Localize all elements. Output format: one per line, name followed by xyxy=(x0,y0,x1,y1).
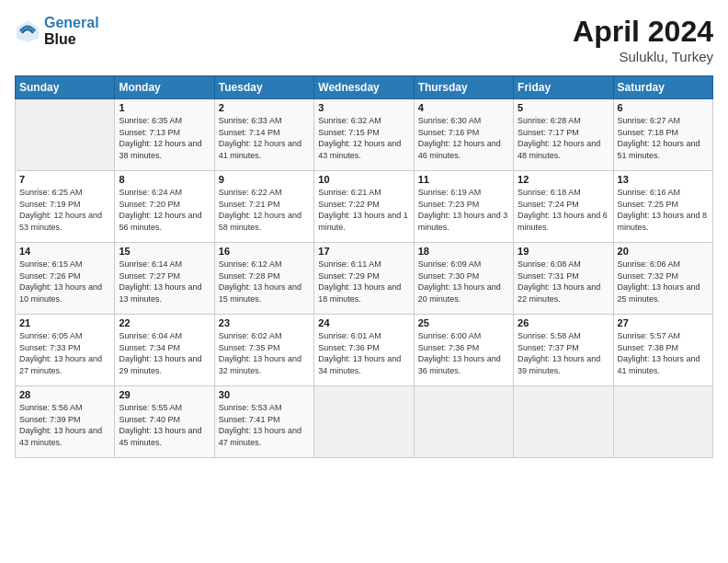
day-info: Sunrise: 6:05 AMSunset: 7:33 PMDaylight:… xyxy=(19,330,110,376)
day-number: 29 xyxy=(119,389,210,400)
calendar-cell: 21Sunrise: 6:05 AMSunset: 7:33 PMDayligh… xyxy=(16,315,115,386)
calendar-cell: 16Sunrise: 6:12 AMSunset: 7:28 PMDayligh… xyxy=(214,243,313,315)
calendar-cell: 5Sunrise: 6:28 AMSunset: 7:17 PMDaylight… xyxy=(514,99,613,171)
day-number: 22 xyxy=(119,317,210,328)
day-number: 20 xyxy=(618,246,709,257)
page-header: General Blue April 2024 Suluklu, Turkey xyxy=(15,15,713,64)
calendar-cell xyxy=(514,386,613,458)
calendar-cell: 22Sunrise: 6:04 AMSunset: 7:34 PMDayligh… xyxy=(115,315,214,386)
calendar-week-row: 7Sunrise: 6:25 AMSunset: 7:19 PMDaylight… xyxy=(16,171,713,243)
calendar-cell: 4Sunrise: 6:30 AMSunset: 7:16 PMDaylight… xyxy=(414,99,513,171)
day-number: 4 xyxy=(418,102,509,113)
day-info: Sunrise: 6:08 AMSunset: 7:31 PMDaylight:… xyxy=(518,259,609,304)
day-number: 9 xyxy=(219,174,310,185)
day-info: Sunrise: 6:32 AMSunset: 7:15 PMDaylight:… xyxy=(318,115,409,161)
day-info: Sunrise: 6:01 AMSunset: 7:36 PMDaylight:… xyxy=(318,330,409,376)
calendar-cell: 28Sunrise: 5:56 AMSunset: 7:39 PMDayligh… xyxy=(16,386,115,458)
calendar-week-row: 1Sunrise: 6:35 AMSunset: 7:13 PMDaylight… xyxy=(16,99,713,171)
day-info: Sunrise: 6:02 AMSunset: 7:35 PMDaylight:… xyxy=(219,330,310,376)
day-info: Sunrise: 5:58 AMSunset: 7:37 PMDaylight:… xyxy=(518,330,609,376)
calendar-cell: 15Sunrise: 6:14 AMSunset: 7:27 PMDayligh… xyxy=(115,243,214,315)
day-number: 24 xyxy=(318,317,409,328)
day-number: 2 xyxy=(219,102,310,113)
logo-text: General Blue xyxy=(44,15,99,47)
calendar-cell: 13Sunrise: 6:16 AMSunset: 7:25 PMDayligh… xyxy=(613,171,712,243)
calendar-cell: 23Sunrise: 6:02 AMSunset: 7:35 PMDayligh… xyxy=(214,315,313,386)
day-info: Sunrise: 6:35 AMSunset: 7:13 PMDaylight:… xyxy=(119,115,210,161)
calendar-cell: 17Sunrise: 6:11 AMSunset: 7:29 PMDayligh… xyxy=(314,243,414,315)
day-info: Sunrise: 6:33 AMSunset: 7:14 PMDaylight:… xyxy=(219,115,310,161)
day-number: 21 xyxy=(19,317,110,328)
day-number: 8 xyxy=(119,174,210,185)
title-block: April 2024 Suluklu, Turkey xyxy=(573,15,713,64)
day-number: 19 xyxy=(518,246,609,257)
day-number: 23 xyxy=(219,317,310,328)
logo-icon xyxy=(15,18,40,44)
calendar-week-row: 28Sunrise: 5:56 AMSunset: 7:39 PMDayligh… xyxy=(16,386,713,458)
day-info: Sunrise: 5:53 AMSunset: 7:41 PMDaylight:… xyxy=(219,402,310,448)
weekday-header: Monday xyxy=(115,76,214,99)
day-info: Sunrise: 6:06 AMSunset: 7:32 PMDaylight:… xyxy=(618,259,709,304)
calendar-cell: 8Sunrise: 6:24 AMSunset: 7:20 PMDaylight… xyxy=(115,171,214,243)
day-info: Sunrise: 5:55 AMSunset: 7:40 PMDaylight:… xyxy=(119,402,210,448)
calendar-cell: 11Sunrise: 6:19 AMSunset: 7:23 PMDayligh… xyxy=(414,171,513,243)
calendar-cell: 6Sunrise: 6:27 AMSunset: 7:18 PMDaylight… xyxy=(613,99,712,171)
day-number: 1 xyxy=(119,102,210,113)
weekday-header: Friday xyxy=(514,76,613,99)
day-info: Sunrise: 6:16 AMSunset: 7:25 PMDaylight:… xyxy=(618,187,709,233)
day-number: 12 xyxy=(518,174,609,185)
weekday-header: Tuesday xyxy=(214,76,313,99)
calendar-cell xyxy=(16,99,115,171)
day-number: 13 xyxy=(618,174,709,185)
day-info: Sunrise: 6:25 AMSunset: 7:19 PMDaylight:… xyxy=(19,187,110,233)
calendar-week-row: 21Sunrise: 6:05 AMSunset: 7:33 PMDayligh… xyxy=(16,315,713,386)
day-info: Sunrise: 6:19 AMSunset: 7:23 PMDaylight:… xyxy=(418,187,509,233)
calendar-cell: 2Sunrise: 6:33 AMSunset: 7:14 PMDaylight… xyxy=(214,99,313,171)
day-info: Sunrise: 6:00 AMSunset: 7:36 PMDaylight:… xyxy=(418,330,509,376)
calendar-cell: 19Sunrise: 6:08 AMSunset: 7:31 PMDayligh… xyxy=(514,243,613,315)
calendar-cell xyxy=(314,386,414,458)
day-info: Sunrise: 6:18 AMSunset: 7:24 PMDaylight:… xyxy=(518,187,609,233)
calendar-cell xyxy=(613,386,712,458)
calendar-cell: 30Sunrise: 5:53 AMSunset: 7:41 PMDayligh… xyxy=(214,386,313,458)
day-info: Sunrise: 6:12 AMSunset: 7:28 PMDaylight:… xyxy=(219,259,310,304)
calendar-cell: 9Sunrise: 6:22 AMSunset: 7:21 PMDaylight… xyxy=(214,171,313,243)
weekday-header: Sunday xyxy=(16,76,115,99)
day-info: Sunrise: 6:28 AMSunset: 7:17 PMDaylight:… xyxy=(518,115,609,161)
calendar-cell: 1Sunrise: 6:35 AMSunset: 7:13 PMDaylight… xyxy=(115,99,214,171)
calendar-cell: 12Sunrise: 6:18 AMSunset: 7:24 PMDayligh… xyxy=(514,171,613,243)
weekday-header: Wednesday xyxy=(314,76,414,99)
calendar-cell: 25Sunrise: 6:00 AMSunset: 7:36 PMDayligh… xyxy=(414,315,513,386)
day-number: 28 xyxy=(19,389,110,400)
month-title: April 2024 xyxy=(573,15,713,49)
day-info: Sunrise: 6:27 AMSunset: 7:18 PMDaylight:… xyxy=(618,115,709,161)
day-info: Sunrise: 6:09 AMSunset: 7:30 PMDaylight:… xyxy=(418,259,509,304)
page-container: General Blue April 2024 Suluklu, Turkey … xyxy=(0,0,728,467)
calendar-cell: 29Sunrise: 5:55 AMSunset: 7:40 PMDayligh… xyxy=(115,386,214,458)
weekday-header: Thursday xyxy=(414,76,513,99)
day-info: Sunrise: 5:57 AMSunset: 7:38 PMDaylight:… xyxy=(618,330,709,376)
location: Suluklu, Turkey xyxy=(573,49,713,64)
calendar-cell: 20Sunrise: 6:06 AMSunset: 7:32 PMDayligh… xyxy=(613,243,712,315)
calendar-cell: 10Sunrise: 6:21 AMSunset: 7:22 PMDayligh… xyxy=(314,171,414,243)
day-info: Sunrise: 6:15 AMSunset: 7:26 PMDaylight:… xyxy=(19,259,110,304)
calendar-cell: 26Sunrise: 5:58 AMSunset: 7:37 PMDayligh… xyxy=(514,315,613,386)
day-number: 14 xyxy=(19,246,110,257)
day-info: Sunrise: 6:04 AMSunset: 7:34 PMDaylight:… xyxy=(119,330,210,376)
day-number: 30 xyxy=(219,389,310,400)
header-row: SundayMondayTuesdayWednesdayThursdayFrid… xyxy=(16,76,713,99)
day-number: 27 xyxy=(618,317,709,328)
day-number: 6 xyxy=(618,102,709,113)
weekday-header: Saturday xyxy=(613,76,712,99)
calendar-cell: 14Sunrise: 6:15 AMSunset: 7:26 PMDayligh… xyxy=(16,243,115,315)
calendar-cell: 27Sunrise: 5:57 AMSunset: 7:38 PMDayligh… xyxy=(613,315,712,386)
day-number: 7 xyxy=(19,174,110,185)
calendar-week-row: 14Sunrise: 6:15 AMSunset: 7:26 PMDayligh… xyxy=(16,243,713,315)
day-info: Sunrise: 5:56 AMSunset: 7:39 PMDaylight:… xyxy=(19,402,110,448)
day-number: 3 xyxy=(318,102,409,113)
day-number: 11 xyxy=(418,174,509,185)
logo: General Blue xyxy=(15,15,99,47)
day-number: 15 xyxy=(119,246,210,257)
calendar-cell: 18Sunrise: 6:09 AMSunset: 7:30 PMDayligh… xyxy=(414,243,513,315)
calendar-cell: 7Sunrise: 6:25 AMSunset: 7:19 PMDaylight… xyxy=(16,171,115,243)
